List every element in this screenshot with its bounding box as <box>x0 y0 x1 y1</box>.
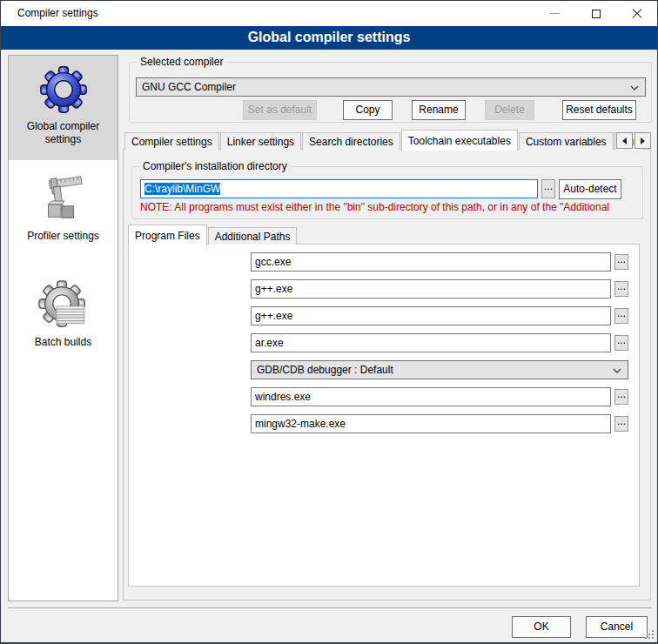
tab-additional-paths[interactable]: Additional Paths <box>208 227 298 245</box>
make-program-value: mingw32-make.exe <box>255 418 346 430</box>
tab-linker-settings[interactable]: Linker settings <box>220 132 301 150</box>
make-program-browse-button[interactable]: ... <box>614 416 628 432</box>
chevron-down-icon <box>613 368 621 373</box>
c-compiler-browse-button[interactable]: ... <box>614 254 628 270</box>
sidebar-item-label: Batch builds <box>9 334 118 356</box>
linker-static-value: ar.exe <box>255 337 284 349</box>
caliper-icon <box>37 172 91 226</box>
settings-sidebar: Global compiler settings Profiler settin… <box>8 55 118 601</box>
page-title: Global compiler settings <box>1 26 657 50</box>
linker-static-browse-button[interactable]: ... <box>614 335 628 351</box>
tab-search-directories[interactable]: Search directories <box>302 132 400 150</box>
debugger-value: GDB/CDB debugger : Default <box>257 364 393 376</box>
c-compiler-value: gcc.exe <box>255 256 291 268</box>
installation-directory-input[interactable]: C:\raylib\MinGW <box>140 179 538 198</box>
blue-gear-icon <box>37 63 91 117</box>
arrow-right-icon <box>641 138 645 144</box>
resource-compiler-value: windres.exe <box>255 391 311 403</box>
cpp-compiler-input[interactable]: g++.exe <box>251 279 611 299</box>
compiler-select[interactable]: GNU GCC Compiler <box>136 77 646 97</box>
title-bar: Compiler settings <box>1 1 657 26</box>
sidebar-item-profiler-settings[interactable]: Profiler settings <box>9 165 118 265</box>
tab-program-files[interactable]: Program Files <box>128 225 207 245</box>
copy-button[interactable]: Copy <box>343 100 393 120</box>
settings-tab-bar: Compiler settings Linker settings Search… <box>124 129 645 150</box>
program-files-panel: C compiler: gcc.exe ... C++ compiler: g+… <box>128 244 640 587</box>
directory-browse-button[interactable]: ... <box>541 179 555 198</box>
tab-scroll-right-button[interactable] <box>634 132 651 149</box>
linker-dynamic-value: g++.exe <box>255 310 292 322</box>
auto-detect-button[interactable]: Auto-detect <box>559 179 621 199</box>
linker-dynamic-input[interactable]: g++.exe <box>251 306 611 325</box>
tab-custom-variables[interactable]: Custom variables <box>519 132 614 150</box>
debugger-select[interactable]: GDB/CDB debugger : Default <box>251 360 628 379</box>
resource-compiler-browse-button[interactable]: ... <box>614 389 628 405</box>
compiler-settings-dialog: Compiler settings Global compiler settin… <box>0 0 658 644</box>
sidebar-item-label: Profiler settings <box>9 228 118 250</box>
bin-subdirectory-note: NOTE: All programs must exist either in … <box>140 201 640 213</box>
linker-dynamic-browse-button[interactable]: ... <box>614 308 628 324</box>
cancel-button[interactable]: Cancel <box>586 616 648 638</box>
cpp-compiler-browse-button[interactable]: ... <box>614 281 628 297</box>
compiler-select-value: GNU GCC Compiler <box>142 81 236 93</box>
make-program-input[interactable]: mingw32-make.exe <box>251 414 611 433</box>
maximize-icon <box>592 10 601 18</box>
selected-compiler-legend: Selected compiler <box>137 56 226 68</box>
c-compiler-input[interactable]: gcc.exe <box>251 252 611 272</box>
tab-compiler-settings[interactable]: Compiler settings <box>124 132 219 150</box>
sidebar-item-batch-builds[interactable]: Batch builds <box>9 272 118 371</box>
linker-static-input[interactable]: ar.exe <box>251 333 611 352</box>
window-title: Compiler settings <box>17 1 98 26</box>
arrow-left-icon <box>622 138 627 144</box>
reset-defaults-button[interactable]: Reset defaults <box>562 100 636 120</box>
tab-scroll-left-button[interactable] <box>616 132 633 149</box>
minimize-icon <box>550 13 560 14</box>
ok-button[interactable]: OK <box>512 616 571 638</box>
gray-gear-stack-icon <box>37 278 91 332</box>
delete-button[interactable]: Delete <box>485 100 534 120</box>
set-as-default-button[interactable]: Set as default <box>243 100 317 120</box>
tab-toolchain-executables[interactable]: Toolchain executables <box>401 130 518 151</box>
installation-directory-legend: Compiler's installation directory <box>139 160 291 172</box>
close-button[interactable] <box>616 1 657 26</box>
maximize-button[interactable] <box>575 1 616 26</box>
footer-divider <box>8 607 652 608</box>
sidebar-item-global-compiler-settings[interactable]: Global compiler settings <box>9 56 118 160</box>
resource-compiler-input[interactable]: windres.exe <box>251 387 611 406</box>
close-icon <box>632 9 642 19</box>
rename-button[interactable]: Rename <box>412 100 466 120</box>
cpp-compiler-value: g++.exe <box>255 283 292 295</box>
minimize-button[interactable] <box>534 1 575 26</box>
installation-directory-value: C:\raylib\MinGW <box>144 183 220 195</box>
paths-tab-bar: Program Files Additional Paths <box>128 224 298 245</box>
resize-grip[interactable] <box>645 630 654 639</box>
chevron-down-icon <box>630 85 639 91</box>
sidebar-item-label: Global compiler settings <box>9 118 118 153</box>
